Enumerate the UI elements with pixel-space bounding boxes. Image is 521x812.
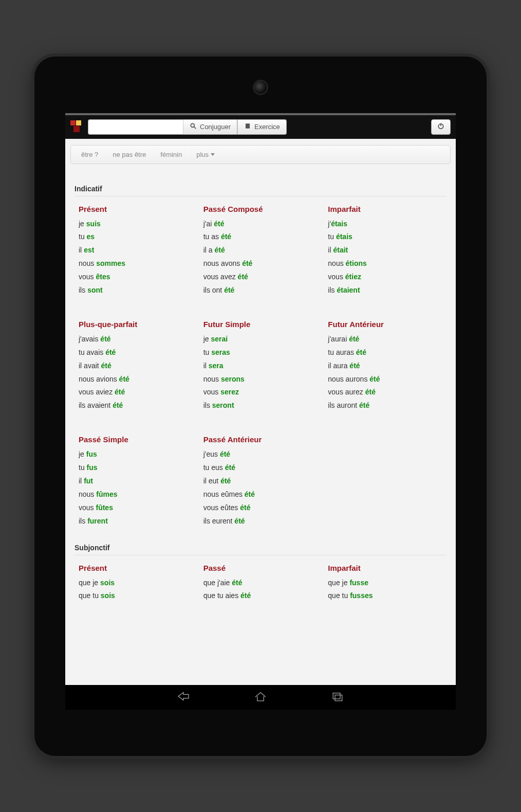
verb-form: été: [242, 259, 252, 267]
tense-title: Présent: [79, 205, 193, 213]
tense-title: Imparfait: [328, 564, 442, 572]
pronoun-aux: vous: [79, 503, 96, 512]
conjugation-line: que tu fusses: [328, 589, 442, 603]
tense-block: Présentque je soisque tu sois: [79, 564, 193, 603]
conjugation-line: il fut: [79, 475, 193, 488]
tense-block: Présentje suistu esil estnous sommesvous…: [79, 205, 193, 297]
conjugation-line: nous étions: [328, 257, 442, 270]
toolbar-item-2[interactable]: féminin: [153, 146, 189, 164]
verb-form: été: [359, 401, 369, 409]
verb-form: fus: [86, 450, 97, 458]
tense-title: Passé Simple: [79, 435, 193, 444]
search-group: Conjuguer Exercice: [88, 119, 287, 135]
toolbar-item-1[interactable]: ne pas être: [105, 146, 153, 164]
conjugation-line: vous aviez été: [79, 386, 193, 399]
verb-form: été: [240, 503, 250, 512]
tense-block: Passé Composéj'ai ététu as étéil a éténo…: [203, 205, 318, 297]
svg-line-1: [194, 127, 196, 129]
pronoun-aux: ils: [79, 286, 87, 294]
conjugate-button[interactable]: Conjuguer: [183, 119, 237, 135]
conjugation-line: ils eurent été: [203, 515, 318, 528]
verb-form: été: [225, 463, 235, 472]
conjugation-line: ils seront: [203, 399, 318, 412]
toolbar-item-3[interactable]: plus: [189, 146, 222, 164]
verb-form: été: [214, 246, 225, 254]
pronoun-aux: j'avais: [79, 335, 100, 343]
content-scroll[interactable]: IndicatifPrésentje suistu esil estnous s…: [65, 164, 456, 685]
conjugation-line: que j'aie été: [203, 576, 318, 590]
conjugation-line: j'ai été: [203, 218, 318, 231]
tense-block: Passé Antérieurj'eus ététu eus étéil eut…: [203, 435, 318, 528]
conjugation-line: il eut été: [203, 475, 318, 488]
app-logo-icon[interactable]: [70, 120, 84, 134]
conjugation-line: je serai: [203, 333, 318, 346]
verb-form: furent: [87, 517, 108, 525]
verb-form: fûtes: [96, 503, 113, 512]
screen: Conjuguer Exercice être ?ne p: [65, 113, 456, 710]
options-toolbar: être ?ne pas êtrefémininplus: [70, 145, 451, 164]
exercise-button[interactable]: Exercice: [237, 119, 287, 135]
power-icon: [437, 122, 444, 131]
conjugation-line: je fus: [79, 448, 193, 461]
pronoun-aux: nous: [328, 259, 345, 267]
back-button[interactable]: [176, 689, 191, 706]
verb-form: étions: [346, 259, 367, 267]
verb-form: es: [87, 232, 95, 241]
toolbar-item-0[interactable]: être ?: [74, 146, 105, 164]
home-button[interactable]: [253, 689, 268, 706]
pronoun-aux: nous: [79, 490, 96, 498]
conjugation-line: vous fûtes: [79, 501, 193, 515]
verb-form: été: [238, 273, 248, 281]
conjugation-line: vous étiez: [328, 270, 442, 284]
conjugation-line: vous serez: [203, 386, 318, 399]
conjugation-line: tu étais: [328, 230, 442, 244]
back-icon: [176, 689, 191, 706]
conjugation-line: nous avons été: [203, 257, 318, 270]
home-icon: [253, 689, 268, 706]
verb-form: été: [240, 591, 251, 600]
conjugation-line: ils avaient été: [79, 399, 193, 412]
tense-block: Futur Simpleje seraitu serasil seranous …: [203, 320, 318, 412]
conjugation-line: il aura été: [328, 359, 442, 373]
power-button[interactable]: [431, 119, 451, 135]
conjugation-line: tu es: [79, 230, 193, 244]
conjugation-line: nous serons: [203, 373, 318, 386]
pronoun-aux: tu auras: [328, 348, 356, 356]
pronoun-aux: j'ai: [203, 220, 214, 228]
verb-form: étais: [331, 220, 347, 228]
conjugation-line: nous sommes: [79, 257, 193, 270]
search-input[interactable]: [88, 119, 183, 135]
conjugation-line: vous êtes: [79, 270, 193, 284]
verb-form: été: [369, 375, 380, 383]
pronoun-aux: ils: [79, 517, 87, 525]
verb-form: été: [356, 348, 366, 356]
verb-form: fusses: [350, 591, 373, 600]
book-icon: [244, 122, 251, 131]
conjugation-line: tu avais été: [79, 346, 193, 359]
conjugation-line: que je fusse: [328, 576, 442, 590]
pronoun-aux: nous: [79, 259, 96, 267]
verb-form: suis: [86, 220, 101, 228]
verb-form: étais: [336, 232, 352, 241]
verb-form: sera: [209, 362, 224, 370]
svg-rect-6: [335, 695, 342, 700]
verb-form: été: [245, 490, 255, 498]
pronoun-aux: il: [79, 477, 84, 485]
tense-block: Futur Antérieurj'aurai ététu auras étéil…: [328, 320, 442, 412]
pronoun-aux: il a: [203, 246, 215, 254]
verb-form: été: [220, 450, 230, 458]
recents-button[interactable]: [330, 689, 345, 706]
conjugation-line: tu auras été: [328, 346, 442, 359]
pronoun-aux: ils auront: [328, 401, 359, 409]
conjugation-line: nous avions été: [79, 373, 193, 386]
pronoun-aux: vous: [328, 273, 345, 281]
pronoun-aux: nous: [203, 375, 221, 383]
conjugation-line: il sera: [203, 359, 318, 373]
verb-form: été: [101, 362, 111, 370]
conjugation-line: nous aurons été: [328, 373, 442, 386]
conjugation-line: ils sont: [79, 284, 193, 297]
verb-form: été: [214, 220, 224, 228]
pronoun-aux: j'eus: [203, 450, 220, 458]
top-toolbar: Conjuguer Exercice: [65, 113, 456, 139]
pronoun-aux: nous aurons: [328, 375, 369, 383]
